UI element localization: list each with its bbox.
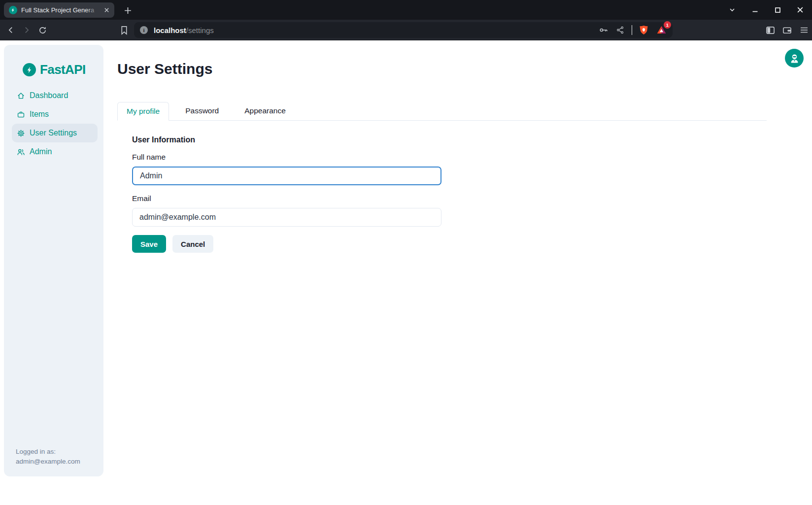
logged-in-email: admin@example.com [16,457,80,467]
url-bar[interactable]: i localhost/settings 1 [134,22,673,38]
reload-icon[interactable] [36,24,48,36]
full-name-input[interactable] [132,167,441,185]
fastapi-bolt-icon [23,63,36,76]
browser-toolbar: i localhost/settings 1 [0,20,812,40]
toolbar-divider [632,25,632,35]
key-icon[interactable] [597,24,610,36]
save-button[interactable]: Save [132,235,166,253]
browser-tab[interactable]: Full Stack Project Genera [4,2,114,18]
tab-my-profile[interactable]: My profile [117,102,169,121]
email-input[interactable] [132,208,441,227]
brave-shield-icon[interactable] [637,24,650,36]
full-name-label: Full name [132,153,166,162]
main-panel: User Settings My profile Password Appear… [117,41,767,505]
sidebar-item-admin[interactable]: Admin [12,142,98,161]
brave-rewards-icon[interactable]: 1 [655,24,668,36]
browser-tab-strip: Full Stack Project Genera [0,0,812,20]
briefcase-icon [17,110,25,119]
fastapi-logo: FastAPI [23,62,86,77]
menu-hamburger-icon[interactable] [798,24,810,36]
sidebar-panel-icon[interactable] [764,24,776,36]
cancel-button[interactable]: Cancel [172,235,213,253]
sidebar: FastAPI Dashboard Items User Settings [4,45,103,476]
users-icon [17,148,25,156]
tab-title: Full Stack Project Genera [21,6,99,14]
share-icon[interactable] [614,24,627,36]
email-label: Email [132,194,151,203]
logo-text: FastAPI [40,62,86,77]
url-text: localhost/settings [154,26,214,34]
sidebar-item-user-settings[interactable]: User Settings [12,124,98,142]
wallet-icon[interactable] [781,24,793,36]
tab-close-icon[interactable] [102,6,110,14]
page-title: User Settings [117,61,212,77]
new-tab-button[interactable] [121,4,134,17]
bookmark-icon[interactable] [118,24,130,36]
logged-in-label: Logged in as: [16,447,80,457]
tab-appearance[interactable]: Appearance [236,101,295,120]
sidebar-nav: Dashboard Items User Settings Admin [12,86,98,161]
rewards-notification-badge: 1 [664,21,671,29]
window-maximize-icon[interactable] [774,6,781,14]
window-close-icon[interactable] [796,6,804,14]
section-title: User Information [132,135,195,144]
sidebar-item-label: Items [30,110,49,119]
home-icon [17,92,25,100]
site-info-icon[interactable]: i [140,26,148,34]
sidebar-item-label: User Settings [30,129,77,137]
user-menu-avatar-button[interactable] [785,49,804,67]
tab-search-chevron-icon[interactable] [728,6,736,14]
user-astronaut-icon [789,53,800,64]
forward-icon[interactable] [21,24,33,36]
sidebar-item-items[interactable]: Items [12,105,98,124]
logged-in-info: Logged in as: admin@example.com [16,447,80,467]
page-content: FastAPI Dashboard Items User Settings [0,41,812,505]
tab-password[interactable]: Password [176,101,228,120]
sidebar-item-label: Admin [30,147,52,156]
sidebar-item-label: Dashboard [30,91,68,100]
fastapi-favicon-bolt-icon [9,6,17,14]
window-minimize-icon[interactable] [751,6,759,14]
gear-icon [17,129,25,137]
settings-tabs: My profile Password Appearance [117,102,767,121]
sidebar-item-dashboard[interactable]: Dashboard [12,86,98,105]
back-icon[interactable] [5,24,17,36]
